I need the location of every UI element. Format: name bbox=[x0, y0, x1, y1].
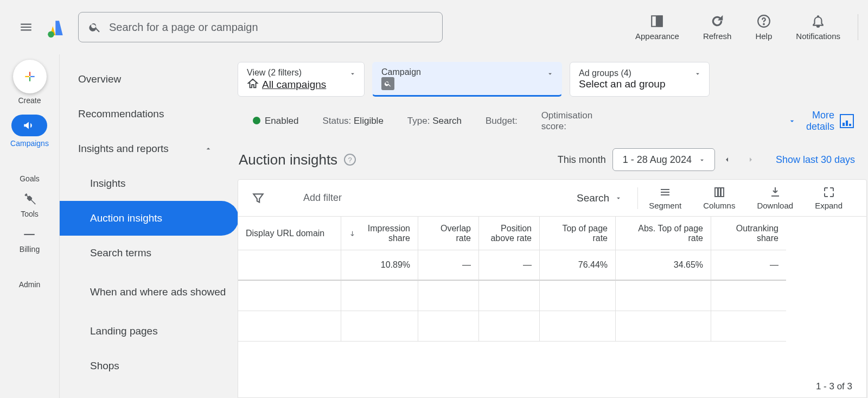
network-dropdown-value: Search bbox=[577, 192, 609, 204]
date-range-value: 1 - 28 Aug 2024 bbox=[623, 154, 692, 166]
more-details-button[interactable]: More details bbox=[788, 110, 868, 132]
segment-button[interactable]: Segment bbox=[638, 186, 692, 210]
appearance-icon bbox=[650, 14, 664, 28]
date-prev-button[interactable] bbox=[715, 148, 739, 172]
rail-billing[interactable]: Billing bbox=[20, 228, 40, 254]
columns-button[interactable]: Columns bbox=[692, 186, 746, 210]
menu-icon[interactable] bbox=[10, 11, 42, 43]
search-input[interactable] bbox=[109, 21, 432, 34]
top-bar: Appearance Refresh Help Notifications bbox=[0, 0, 868, 54]
download-label: Download bbox=[757, 201, 793, 210]
card-icon bbox=[22, 228, 36, 242]
chevron-down-icon bbox=[349, 70, 356, 78]
expand-button[interactable]: Expand bbox=[804, 186, 853, 210]
search-field[interactable] bbox=[78, 12, 443, 42]
svg-rect-11 bbox=[24, 234, 35, 235]
refresh-icon bbox=[710, 14, 724, 28]
appearance-button[interactable]: Appearance bbox=[623, 14, 691, 41]
cell-pos: — bbox=[479, 250, 540, 281]
col-impression-share[interactable]: Impression share bbox=[341, 217, 418, 250]
col-top-of-page[interactable]: Top of page rate bbox=[540, 217, 616, 250]
network-dropdown[interactable]: Search bbox=[577, 187, 638, 209]
nav-recommendations[interactable]: Recommendations bbox=[60, 97, 231, 131]
svg-rect-6 bbox=[29, 72, 30, 76]
date-range-label: This month bbox=[558, 154, 606, 166]
col-position-above[interactable]: Position above rate bbox=[479, 217, 540, 250]
subnav-insights[interactable]: Insights bbox=[60, 166, 239, 201]
subnav-search-terms[interactable]: Search terms bbox=[60, 236, 239, 270]
rail-campaigns[interactable]: Campaigns bbox=[10, 115, 49, 148]
filter-icon[interactable] bbox=[251, 191, 265, 205]
sidebar: Overview Recommendations Insights and re… bbox=[60, 54, 231, 398]
cell-empty bbox=[238, 281, 341, 311]
expand-icon bbox=[822, 186, 835, 199]
subnav-auction-insights[interactable]: Auction insights bbox=[60, 201, 239, 236]
col-abs-top[interactable]: Abs. Top of page rate bbox=[616, 217, 711, 250]
rail-goals-label: Goals bbox=[20, 174, 40, 183]
notifications-button[interactable]: Notifications bbox=[784, 14, 852, 41]
svg-point-2 bbox=[48, 31, 54, 38]
help-tooltip-icon[interactable]: ? bbox=[344, 154, 356, 166]
page-title-row: Auction insights ? This month 1 - 28 Aug… bbox=[238, 137, 868, 179]
plus-icon bbox=[23, 70, 37, 84]
megaphone-icon bbox=[22, 118, 36, 132]
subnav-when-where[interactable]: When and where ads showed bbox=[60, 270, 239, 314]
crumb-adgroup[interactable]: Ad groups (4) Select an ad group bbox=[570, 62, 710, 97]
create-button[interactable]: Create bbox=[13, 60, 47, 105]
cell-empty bbox=[616, 311, 711, 342]
chevron-down-icon bbox=[698, 156, 706, 164]
rail-goals[interactable]: Goals bbox=[20, 157, 40, 183]
cell-empty bbox=[479, 281, 540, 311]
crumb-view[interactable]: View (2 filters) All campaigns bbox=[238, 62, 365, 97]
cell-out: — bbox=[711, 250, 786, 281]
nav-insights-reports[interactable]: Insights and reports bbox=[60, 131, 231, 166]
cell-top: 76.44% bbox=[540, 250, 616, 281]
download-icon bbox=[769, 186, 782, 199]
columns-label: Columns bbox=[703, 201, 735, 210]
col-outranking[interactable]: Outranking share bbox=[711, 217, 786, 250]
rail-admin-label: Admin bbox=[19, 280, 41, 289]
svg-rect-3 bbox=[658, 16, 663, 27]
chevron-down-icon bbox=[615, 194, 622, 202]
chevron-right-icon bbox=[746, 155, 755, 164]
crumb-campaign[interactable]: Campaign bbox=[372, 62, 562, 97]
segment-icon bbox=[659, 186, 672, 199]
chart-icon bbox=[840, 114, 854, 128]
gear-icon bbox=[23, 263, 37, 277]
rail-tools[interactable]: Tools bbox=[21, 193, 39, 218]
cell-empty bbox=[418, 311, 479, 342]
page-title: Auction insights bbox=[239, 151, 337, 168]
col-domain[interactable]: Display URL domain bbox=[238, 217, 341, 250]
add-filter-button[interactable]: Add filter bbox=[303, 192, 342, 204]
cell-empty bbox=[540, 281, 616, 311]
help-button[interactable]: Help bbox=[743, 14, 784, 41]
col-overlap[interactable]: Overlap rate bbox=[418, 217, 479, 250]
cell-empty bbox=[418, 281, 479, 311]
download-button[interactable]: Download bbox=[746, 186, 804, 210]
status-dot-icon bbox=[253, 117, 260, 124]
search-icon bbox=[88, 21, 101, 34]
rail-admin[interactable]: Admin bbox=[19, 263, 41, 289]
rail-billing-label: Billing bbox=[20, 245, 40, 254]
crumb-campaign-label: Campaign bbox=[381, 67, 535, 77]
cell-empty bbox=[616, 281, 711, 311]
trophy-icon bbox=[22, 157, 36, 172]
appearance-label: Appearance bbox=[635, 31, 679, 41]
subnav-shops[interactable]: Shops bbox=[60, 349, 239, 383]
left-rail: Create Campaigns Goals Tools Billing Adm… bbox=[0, 54, 60, 398]
svg-rect-10 bbox=[24, 232, 35, 239]
top-actions: Appearance Refresh Help Notifications bbox=[623, 14, 858, 41]
divider bbox=[858, 14, 858, 40]
search-campaign-icon bbox=[381, 77, 394, 90]
google-ads-logo bbox=[46, 16, 67, 38]
nav-overview[interactable]: Overview bbox=[60, 62, 231, 97]
crumb-view-label: View (2 filters) bbox=[247, 68, 338, 78]
expand-label: Expand bbox=[815, 201, 843, 210]
refresh-label: Refresh bbox=[703, 31, 732, 41]
subnav-landing-pages[interactable]: Landing pages bbox=[60, 314, 239, 349]
svg-rect-8 bbox=[25, 76, 29, 77]
nav-insights-reports-label: Insights and reports bbox=[78, 143, 169, 155]
show-last-30-days-link[interactable]: Show last 30 days bbox=[776, 154, 855, 166]
date-range-picker[interactable]: 1 - 28 Aug 2024 bbox=[612, 148, 715, 171]
refresh-button[interactable]: Refresh bbox=[691, 14, 744, 41]
